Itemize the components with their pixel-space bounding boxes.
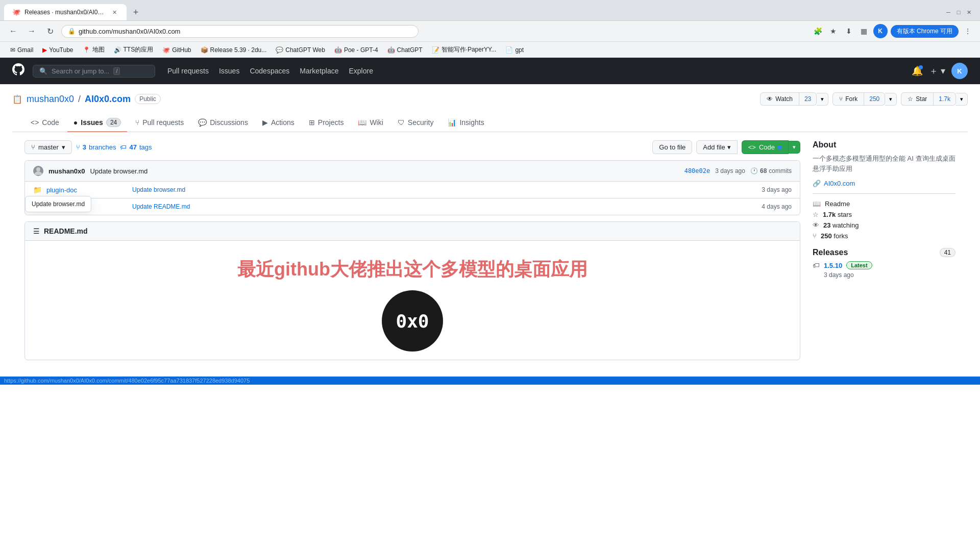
tab-security[interactable]: 🛡 Security bbox=[391, 114, 440, 132]
bookmark-paper[interactable]: 📝 智能写作·PaperYY... bbox=[428, 44, 501, 56]
tab-discussions[interactable]: 💬 Discussions bbox=[192, 114, 254, 132]
commit-avatar bbox=[33, 166, 43, 176]
bookmark-paper-label: 智能写作·PaperYY... bbox=[442, 45, 497, 54]
forks-icon: ⑂ bbox=[813, 232, 817, 240]
repo-header: 📋 mushan0x0 / AI0x0.com Public 👁 Watch 2… bbox=[12, 92, 968, 106]
star-dropdown[interactable]: ▾ bbox=[956, 93, 968, 106]
bookmark-maps[interactable]: 📍 地图 bbox=[79, 44, 109, 56]
bookmark-gmail[interactable]: ✉ Gmail bbox=[6, 45, 37, 55]
user-avatar[interactable]: K bbox=[951, 63, 968, 79]
fork-count[interactable]: 250 bbox=[864, 92, 885, 106]
nav-marketplace[interactable]: Marketplace bbox=[296, 64, 342, 78]
commit-link-readme[interactable]: Update README.md bbox=[132, 203, 190, 210]
star-button[interactable]: ☆ Star bbox=[901, 92, 934, 106]
release-version-link[interactable]: 1.5.10 bbox=[824, 262, 842, 269]
readme-list-icon: ☰ bbox=[33, 227, 40, 235]
forward-button[interactable]: → bbox=[24, 24, 39, 38]
stars-link[interactable]: 1.7k stars bbox=[823, 211, 852, 218]
bookmark-poe[interactable]: 🤖 Poe - GPT-4 bbox=[330, 45, 382, 55]
branch-selector[interactable]: ⑂ master ▾ bbox=[24, 140, 72, 154]
commit-link-plugin-doc[interactable]: Update browser.md bbox=[132, 186, 185, 193]
commits-link[interactable]: 🕐 68 commits bbox=[750, 167, 792, 174]
nav-issues[interactable]: Issues bbox=[215, 64, 243, 78]
chrome-user-avatar[interactable]: K bbox=[873, 24, 888, 38]
watch-count[interactable]: 23 bbox=[799, 92, 817, 106]
nav-explore[interactable]: Explore bbox=[345, 64, 377, 78]
tab-pull-requests[interactable]: ⑂ Pull requests bbox=[129, 114, 190, 132]
github-logo[interactable] bbox=[12, 63, 24, 79]
file-time-readme: 4 days ago bbox=[762, 203, 792, 210]
file-name-plugin-doc[interactable]: plugin-doc bbox=[46, 186, 128, 194]
close-window-button[interactable]: ✕ bbox=[966, 9, 972, 15]
tab-actions[interactable]: ▶ Actions bbox=[256, 114, 301, 132]
watching-link[interactable]: 23 watching bbox=[823, 221, 859, 229]
nav-pull-requests[interactable]: Pull requests bbox=[163, 64, 213, 78]
menu-icon[interactable]: ⋮ bbox=[962, 25, 974, 37]
tab-close-button[interactable]: ✕ bbox=[110, 8, 118, 16]
tab-wiki[interactable]: 📖 Wiki bbox=[352, 114, 389, 132]
bookmarks-bar: ✉ Gmail ▶ YouTube 📍 地图 🔊 TTS的应用 🐙 GitHub… bbox=[0, 41, 980, 58]
code-dropdown[interactable]: ▾ bbox=[789, 141, 800, 154]
tts-icon: 🔊 bbox=[114, 46, 121, 54]
tags-link[interactable]: 🏷 47 tags bbox=[120, 143, 152, 151]
bookmark-tts[interactable]: 🔊 TTS的应用 bbox=[110, 44, 158, 56]
repo-content: ⑂ master ▾ ⑂ 3 branches 🏷 47 tags Go to … bbox=[24, 140, 800, 360]
fork-button-group: ⑂ Fork 250 ▾ bbox=[832, 92, 897, 106]
bookmark-chatgpt-web[interactable]: 💬 ChatGPT Web bbox=[272, 45, 329, 55]
forks-link[interactable]: 250 forks bbox=[821, 232, 848, 240]
new-tab-button[interactable]: + bbox=[129, 5, 143, 19]
code-button[interactable]: <> Code bbox=[742, 140, 789, 154]
tab-insights[interactable]: 📊 Insights bbox=[442, 114, 490, 132]
about-website-link[interactable]: 🔗 AI0x0.com bbox=[813, 180, 955, 187]
github-search[interactable]: 🔍 Search or jump to... / bbox=[33, 65, 155, 78]
search-placeholder: Search or jump to... bbox=[52, 67, 109, 75]
address-bar[interactable]: 🔒 github.com/mushan0x0/AI0x0.com bbox=[61, 25, 419, 38]
insights-tab-icon: 📊 bbox=[448, 118, 456, 127]
bookmark-gpt[interactable]: 📄 gpt bbox=[501, 45, 528, 55]
fork-button[interactable]: ⑂ Fork bbox=[832, 92, 864, 106]
new-item-button[interactable]: ＋ ▾ bbox=[929, 65, 945, 77]
nav-codespaces[interactable]: Codespaces bbox=[246, 64, 293, 78]
watching-stat: 👁 23 watching bbox=[813, 221, 955, 229]
watch-dropdown[interactable]: ▾ bbox=[817, 93, 828, 106]
tab-issues[interactable]: ● Issues 24 bbox=[67, 114, 127, 132]
repo-owner-link[interactable]: mushan0x0 bbox=[27, 94, 74, 105]
branches-link[interactable]: ⑂ 3 branches bbox=[76, 143, 116, 151]
commit-tooltip: Update browser.md bbox=[25, 196, 91, 212]
add-file-button[interactable]: Add file ▾ bbox=[696, 140, 737, 154]
star-icon: ☆ bbox=[908, 95, 913, 103]
go-to-file-button[interactable]: Go to file bbox=[652, 140, 692, 154]
tab-projects[interactable]: ⊞ Projects bbox=[303, 114, 350, 132]
maximize-button[interactable]: □ bbox=[955, 9, 962, 15]
fork-dropdown[interactable]: ▾ bbox=[885, 93, 897, 106]
notifications-button[interactable]: 🔔 bbox=[912, 65, 923, 77]
readme-link[interactable]: Readme bbox=[825, 200, 850, 208]
browser-tab-active[interactable]: 🐙 Releases · mushan0x0/AI0x0.c... ✕ bbox=[4, 4, 127, 20]
bookmark-github[interactable]: 🐙 GitHub bbox=[158, 45, 195, 55]
star-count[interactable]: 1.7k bbox=[934, 92, 956, 106]
sidebar-icon[interactable]: ▦ bbox=[858, 25, 870, 37]
chrome-update-button[interactable]: 有版本 Chrome 可用 bbox=[891, 25, 959, 38]
bookmark-icon[interactable]: ★ bbox=[827, 25, 840, 37]
repo-tabs: <> Code ● Issues 24 ⑂ Pull requests 💬 Di… bbox=[12, 114, 968, 132]
releases-section: Releases 41 🏷 1.5.10 Latest 3 days ago bbox=[813, 248, 955, 279]
chatgpt-icon: 🤖 bbox=[387, 46, 395, 54]
watch-button[interactable]: 👁 Watch bbox=[760, 92, 799, 106]
bookmark-chatgpt-web-label: ChatGPT Web bbox=[285, 46, 325, 54]
branch-bar: ⑂ master ▾ ⑂ 3 branches 🏷 47 tags Go to … bbox=[24, 140, 800, 154]
back-button[interactable]: ← bbox=[6, 24, 20, 38]
bookmark-youtube[interactable]: ▶ YouTube bbox=[38, 45, 77, 55]
minimize-button[interactable]: ─ bbox=[945, 9, 951, 15]
bookmark-release[interactable]: 📦 Release 5.39 · 2du... bbox=[197, 45, 271, 55]
commit-author[interactable]: mushan0x0 bbox=[48, 167, 85, 175]
pr-tab-icon: ⑂ bbox=[135, 118, 139, 127]
tab-code[interactable]: <> Code bbox=[24, 114, 65, 132]
stars-stat: ☆ 1.7k stars bbox=[813, 211, 955, 218]
reload-button[interactable]: ↻ bbox=[43, 24, 57, 38]
bookmark-chatgpt[interactable]: 🤖 ChatGPT bbox=[383, 45, 427, 55]
repo-name-link[interactable]: AI0x0.com bbox=[85, 94, 131, 105]
commit-hash[interactable]: 480e02e bbox=[684, 167, 710, 174]
extensions-icon[interactable]: 🧩 bbox=[812, 25, 824, 37]
download-icon[interactable]: ⬇ bbox=[843, 25, 855, 37]
sidebar: About 一个多模态多模型通用型的全能 AI 查询生成桌面悬浮手助应用 🔗 A… bbox=[813, 140, 955, 360]
